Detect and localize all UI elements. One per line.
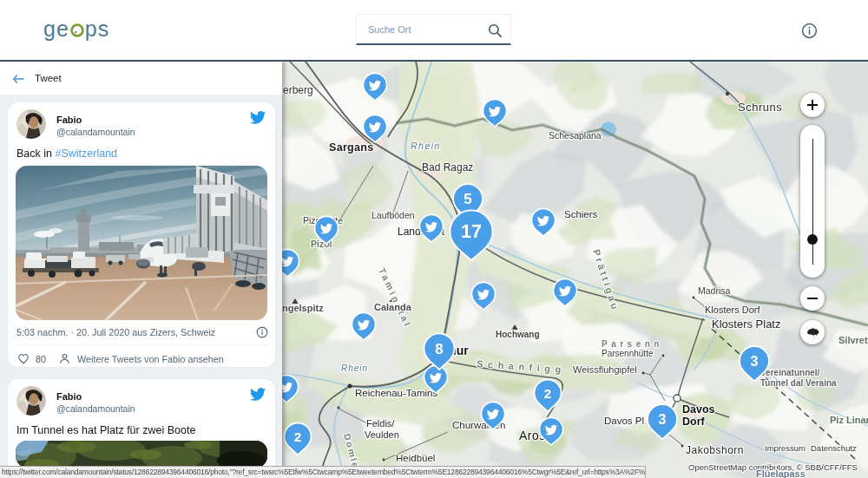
svg-text:Rhein: Rhein xyxy=(411,141,441,151)
svg-text:Laufböden: Laufböden xyxy=(372,210,415,220)
svg-text:Impressum: Impressum xyxy=(765,443,806,453)
svg-text:Veulden: Veulden xyxy=(365,429,399,440)
svg-text:Klosters Dorf: Klosters Dorf xyxy=(705,304,761,315)
svg-text:ngelspitz: ngelspitz xyxy=(282,303,324,313)
svg-text:Sargans: Sargans xyxy=(329,141,373,154)
svg-text:Klosters Platz: Klosters Platz xyxy=(712,318,780,331)
svg-text:Schruns: Schruns xyxy=(738,101,782,114)
svg-text:Davos: Davos xyxy=(682,403,715,416)
svg-text:Davos Pl: Davos Pl xyxy=(604,416,644,426)
svg-text:5: 5 xyxy=(464,191,471,207)
svg-text:Dorf: Dorf xyxy=(682,416,706,428)
svg-text:Weissfluhgipfel: Weissfluhgipfel xyxy=(573,364,637,375)
svg-text:3: 3 xyxy=(751,354,759,369)
svg-text:2: 2 xyxy=(294,429,301,444)
svg-text:Datenschutz: Datenschutz xyxy=(811,443,857,453)
svg-text:Flüelapass: Flüelapass xyxy=(756,468,806,478)
svg-text:Rhein: Rhein xyxy=(341,363,368,373)
svg-text:Schiers: Schiers xyxy=(564,209,598,219)
svg-text:Silvrett: Silvrett xyxy=(838,335,868,345)
svg-text:17: 17 xyxy=(461,221,482,242)
svg-text:Hochwang: Hochwang xyxy=(496,330,540,339)
svg-text:2: 2 xyxy=(544,386,551,401)
svg-text:Reichenau-Tamins: Reichenau-Tamins xyxy=(355,388,437,398)
svg-text:Madrisa: Madrisa xyxy=(698,285,731,296)
svg-text:8: 8 xyxy=(435,341,443,357)
svg-text:Parsenn: Parsenn xyxy=(602,339,663,349)
svg-text:Heidbüel: Heidbüel xyxy=(396,453,435,463)
svg-text:Piz Linar: Piz Linar xyxy=(830,415,868,425)
svg-text:Parsennhütte: Parsennhütte xyxy=(602,349,654,358)
svg-text:Feldis/: Feldis/ xyxy=(366,418,395,429)
svg-text:Vereinatunnel/: Vereinatunnel/ xyxy=(760,368,820,377)
svg-text:Tunnel dal Veraina: Tunnel dal Veraina xyxy=(760,378,837,388)
svg-text:Calanda: Calanda xyxy=(374,302,412,312)
svg-text:erberg: erberg xyxy=(283,84,313,96)
svg-text:Jakobshorn: Jakobshorn xyxy=(686,444,744,456)
svg-text:3: 3 xyxy=(659,412,667,427)
svg-text:Bad Ragaz: Bad Ragaz xyxy=(422,161,473,174)
svg-text:Schesaplana: Schesaplana xyxy=(549,130,602,141)
